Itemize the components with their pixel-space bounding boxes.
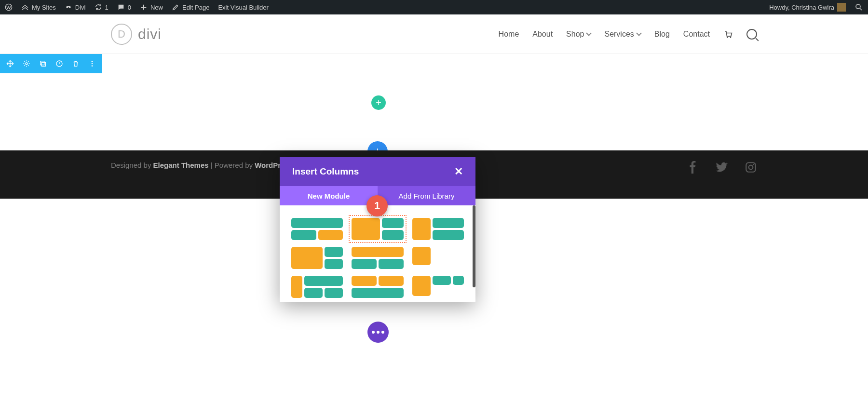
exit-vb-label: Exit Visual Builder [218, 4, 269, 11]
scrollbar[interactable] [473, 205, 475, 287]
site-header: D divi Home About Shop Services Blog Con… [0, 14, 868, 54]
gear-icon[interactable] [22, 59, 31, 68]
insert-columns-modal: Insert Columns ✕ New Module Add From Lib… [280, 157, 475, 302]
layout-option[interactable] [291, 247, 343, 269]
svg-point-14 [92, 65, 93, 67]
edit-page-label: Edit Page [182, 4, 209, 11]
save-icon[interactable] [55, 59, 64, 68]
svg-point-17 [753, 164, 755, 165]
tab-add-from-library[interactable]: Add From Library [378, 186, 475, 205]
new-link[interactable]: New [140, 3, 163, 11]
svg-point-5 [727, 37, 728, 38]
chevron-down-icon [586, 30, 592, 36]
search-icon[interactable] [746, 29, 757, 40]
svg-point-7 [26, 63, 27, 65]
svg-point-4 [856, 4, 860, 9]
nav-about[interactable]: About [532, 30, 553, 39]
layout-option[interactable] [412, 276, 464, 298]
updates-count: 1 [105, 4, 108, 11]
nav-home[interactable]: Home [499, 30, 519, 39]
howdy-text: Howdy, Christina Gwira [769, 4, 834, 11]
layout-option[interactable] [412, 218, 464, 240]
nav-services[interactable]: Services [604, 30, 640, 39]
logo-mark-icon: D [111, 24, 132, 45]
svg-point-12 [92, 61, 93, 62]
svg-rect-11 [59, 62, 59, 64]
facebook-icon[interactable] [687, 161, 699, 175]
instagram-icon[interactable] [745, 161, 757, 175]
close-icon[interactable]: ✕ [454, 165, 463, 178]
modal-header[interactable]: Insert Columns ✕ [280, 157, 475, 186]
svg-rect-8 [41, 61, 44, 65]
avatar-icon [837, 3, 846, 12]
exit-vb-link[interactable]: Exit Visual Builder [218, 4, 269, 11]
nav-shop[interactable]: Shop [566, 30, 591, 39]
social-icons [687, 161, 757, 175]
trash-icon[interactable] [71, 59, 80, 68]
site-logo[interactable]: D divi [111, 24, 162, 45]
nav-contact[interactable]: Contact [683, 30, 710, 39]
section-toolbar [0, 54, 102, 73]
elegant-themes-link[interactable]: Elegant Themes [153, 161, 209, 169]
wp-admin-bar: My Sites Divi 1 0 New Edit Page Exit Vis… [0, 0, 868, 14]
cart-icon[interactable] [723, 29, 733, 39]
svg-point-0 [5, 4, 12, 10]
svg-point-13 [92, 63, 93, 65]
more-icon[interactable] [88, 59, 96, 68]
modal-title: Insert Columns [292, 166, 359, 177]
layout-grid [280, 205, 475, 302]
new-label: New [150, 4, 163, 11]
annotation-badge-1: 1 [366, 195, 388, 216]
svg-rect-9 [41, 62, 45, 66]
layout-option[interactable] [352, 247, 403, 269]
duplicate-icon[interactable] [39, 59, 47, 68]
footer-credits: Designed by Elegant Themes | Powered by … [111, 161, 281, 169]
admin-search-icon[interactable] [854, 3, 863, 12]
chevron-down-icon [636, 30, 641, 36]
wordpress-link[interactable]: WordPr [255, 161, 281, 169]
comments-link[interactable]: 0 [117, 3, 131, 11]
layout-option[interactable] [291, 218, 343, 240]
move-icon[interactable] [6, 59, 14, 68]
svg-point-6 [730, 37, 732, 38]
updates-link[interactable]: 1 [95, 3, 108, 11]
wp-logo[interactable] [5, 3, 13, 11]
site-link[interactable]: Divi [65, 3, 86, 11]
tab-new-module[interactable]: New Module [280, 186, 378, 205]
my-sites-link[interactable]: My Sites [21, 3, 56, 11]
primary-nav: Home About Shop Services Blog Contact [499, 29, 757, 40]
nav-blog[interactable]: Blog [654, 30, 670, 39]
twitter-icon[interactable] [716, 161, 728, 175]
add-row-button[interactable]: + [371, 95, 386, 110]
layout-option[interactable] [291, 276, 343, 298]
my-sites-label: My Sites [32, 4, 56, 11]
edit-page-link[interactable]: Edit Page [172, 3, 209, 11]
howdy-link[interactable]: Howdy, Christina Gwira [769, 3, 846, 12]
layout-option[interactable] [352, 276, 403, 298]
layout-option-selected[interactable] [352, 218, 403, 240]
site-name: Divi [75, 4, 86, 11]
logo-text: divi [138, 26, 162, 42]
builder-settings-fab[interactable] [367, 322, 389, 343]
comments-count: 0 [128, 4, 131, 11]
svg-point-16 [749, 165, 753, 170]
layout-option[interactable] [412, 247, 464, 269]
svg-rect-3 [67, 6, 70, 7]
